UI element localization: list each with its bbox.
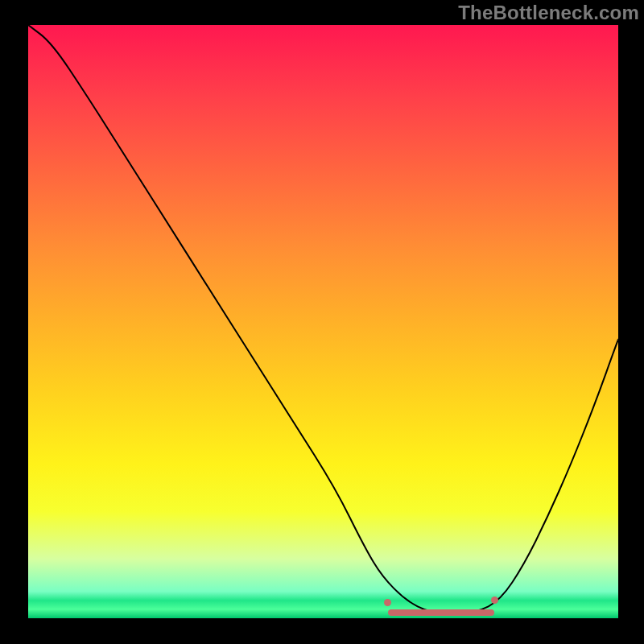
valley-dot-right <box>491 597 498 604</box>
chart-frame: TheBottleneck.com <box>0 0 644 644</box>
bottleneck-curve-path <box>28 25 618 613</box>
valley-dot-left <box>384 599 391 606</box>
watermark-text: TheBottleneck.com <box>458 2 639 24</box>
valley-flat-marker <box>388 609 494 616</box>
bottleneck-curve <box>28 25 618 618</box>
plot-area <box>28 25 618 618</box>
